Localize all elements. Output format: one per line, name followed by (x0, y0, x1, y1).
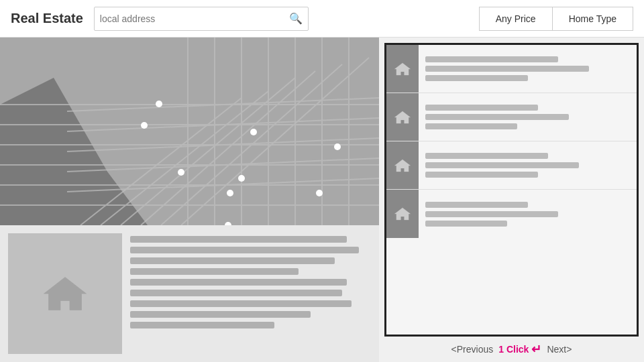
map-section (0, 38, 379, 362)
detail-line (130, 257, 335, 264)
listing-item-line (425, 172, 538, 178)
search-button[interactable]: 🔍 (289, 12, 303, 25)
svg-marker-27 (394, 62, 410, 74)
list-item[interactable] (386, 190, 637, 238)
listing-item-line (425, 56, 558, 62)
price-filter-button[interactable]: Any Price (479, 7, 552, 31)
svg-marker-28 (394, 111, 410, 123)
svg-marker-29 (394, 159, 410, 171)
map-pin[interactable] (156, 101, 162, 107)
home-icon (42, 270, 89, 317)
listing-item-content (419, 141, 637, 189)
map-pin[interactable] (225, 222, 231, 225)
detail-line (130, 279, 347, 286)
map-pin[interactable] (316, 190, 323, 196)
listing-item-line (425, 221, 507, 227)
map-container[interactable] (0, 38, 379, 225)
detail-line (130, 322, 274, 328)
listing-item-line (425, 211, 558, 217)
list-item[interactable] (386, 45, 637, 93)
listing-list (384, 43, 639, 337)
pagination-arrow-icon: ↵ (531, 342, 541, 357)
listing-item-line (425, 202, 528, 208)
listing-item-line (425, 75, 528, 81)
detail-line (130, 290, 342, 296)
main-content: <Previous 1 Click ↵ Next> (0, 38, 644, 362)
map-pin[interactable] (227, 190, 233, 196)
listing-item-home-icon (386, 45, 419, 93)
home-type-filter-button[interactable]: Home Type (552, 7, 633, 31)
listing-item-line (425, 114, 569, 120)
search-icon: 🔍 (289, 13, 303, 24)
listing-item-home-icon (386, 141, 419, 189)
svg-marker-26 (44, 278, 87, 310)
listing-item-line (425, 162, 579, 168)
bottom-listing-card (0, 225, 379, 362)
listing-item-line (425, 123, 517, 129)
map-pin[interactable] (178, 169, 184, 176)
pagination: <Previous 1 Click ↵ Next> (379, 337, 644, 362)
listing-item-line (425, 153, 548, 159)
detail-line (130, 247, 359, 253)
listing-detail-lines (130, 233, 371, 354)
map-pin[interactable] (334, 143, 341, 150)
list-item[interactable] (386, 141, 637, 190)
pagination-current-label: 1 Click (498, 344, 529, 355)
map-pin[interactable] (141, 122, 148, 129)
search-bar: 🔍 (94, 7, 309, 31)
search-input[interactable] (100, 13, 289, 24)
listing-item-content (419, 45, 637, 93)
map-pin[interactable] (250, 129, 257, 135)
listing-item-content (419, 93, 637, 141)
pagination-next-button[interactable]: Next> (547, 344, 572, 355)
listing-item-content (419, 190, 637, 238)
map-pin[interactable] (238, 175, 245, 182)
map-svg (0, 38, 379, 225)
listing-thumbnail (8, 233, 122, 354)
filter-buttons: Any Price Home Type (479, 7, 633, 31)
app-title: Real Estate (11, 11, 83, 26)
pagination-current: 1 Click ↵ (498, 342, 541, 357)
detail-line (130, 311, 311, 318)
listing-item-line (425, 66, 589, 72)
detail-line (130, 268, 299, 275)
detail-line (130, 236, 347, 243)
header: Real Estate 🔍 Any Price Home Type (0, 0, 644, 38)
listing-item-home-icon (386, 190, 419, 238)
detail-line (130, 300, 352, 307)
list-item[interactable] (386, 93, 637, 141)
listing-item-line (425, 105, 538, 111)
svg-marker-30 (394, 208, 410, 220)
listing-item-home-icon (386, 93, 419, 141)
listing-panel: <Previous 1 Click ↵ Next> (379, 38, 644, 362)
pagination-prev-button[interactable]: <Previous (451, 344, 494, 355)
